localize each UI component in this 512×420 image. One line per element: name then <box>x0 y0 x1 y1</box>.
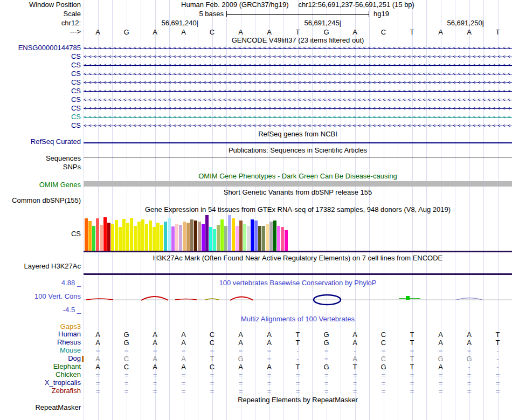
alignment-base: = <box>112 387 141 395</box>
omim-genes-bar[interactable] <box>84 181 512 187</box>
species-label[interactable]: Mouse <box>0 347 81 354</box>
transcript-arrows[interactable]: <<<<<<<<<<<<<<<<<<<<<<<<<<<<<<<<<<<<<<<<… <box>84 62 512 69</box>
species-label[interactable]: Zebrafish <box>0 387 81 395</box>
species-label[interactable]: Human <box>0 331 81 338</box>
transcript-arrows[interactable]: <<<<<<<<<<<<<<<<<<<<<<<<<<<<<<<<<<<<<<<<… <box>84 97 512 104</box>
gtex-bar <box>186 223 190 251</box>
alignment-base: = <box>455 347 483 355</box>
refseq-curated-label[interactable]: RefSeq Curated <box>0 138 81 146</box>
gtex-bar <box>103 217 107 251</box>
alignment-base: = <box>226 379 255 387</box>
alignment-base: T <box>283 339 312 347</box>
gtex-title: Gene Expression in 54 tissues from GTEx … <box>84 206 512 214</box>
gene-row-label[interactable]: CS <box>0 53 81 60</box>
gtex-bar <box>205 215 209 251</box>
gtex-bar <box>111 224 114 251</box>
alignment-base: A <box>226 331 255 339</box>
transcript-arrows[interactable]: <<<<<<<<<<<<<<<<<<<<<<<<<<<<<<<<<<<<<<<<… <box>84 105 512 112</box>
repeatmasker-label[interactable]: RepeatMasker <box>0 404 81 411</box>
snps-label[interactable]: SNPs <box>0 163 81 171</box>
sequences-track-line[interactable] <box>84 157 512 157</box>
h3k27ac-label[interactable]: Layered H3K27Ac <box>0 263 81 270</box>
alignment-base: = <box>312 379 341 387</box>
gene-row-label[interactable]: ENSG00000144785 <box>0 44 81 52</box>
alignment-row: X_tropicalis=============== <box>0 379 512 387</box>
species-label[interactable]: Elephant <box>0 363 81 370</box>
alignment-row: HumanAGAACAATGACTAAT <box>0 331 512 339</box>
gene-row-label[interactable]: CS <box>0 70 81 78</box>
common-dbsnp-label[interactable]: Common dbSNP(155) <box>0 197 81 204</box>
base-letter: A <box>426 28 455 36</box>
gene-row-label[interactable]: CS <box>0 122 81 129</box>
gtex-bar <box>168 218 171 251</box>
window-position-label: Window Position <box>0 1 81 9</box>
alignment-base: = <box>483 387 512 395</box>
gtex-bar <box>277 226 280 251</box>
transcript-arrows[interactable]: <<<<<<<<<<<<<<<<<<<<<<<<<<<<<<<<<<<<<<<<… <box>84 79 512 86</box>
transcript-arrows[interactable]: <<<<<<<<<<<<<<<<<<<<<<<<<<<<<<<<<<<<<<<<… <box>84 114 512 121</box>
alignment-base: = <box>255 387 283 395</box>
gtex-bar <box>190 219 193 251</box>
alignment-base: T <box>398 331 426 339</box>
alignment-base: = <box>141 371 169 379</box>
species-label[interactable]: Dog <box>0 355 81 362</box>
alignment-base: = <box>141 379 169 387</box>
gtex-bar <box>164 222 167 251</box>
alignment-base: = <box>312 371 341 379</box>
gaps-label[interactable]: Gaps3 <box>0 323 81 331</box>
conservation-lavender-arc <box>456 298 482 300</box>
species-label[interactable]: Rhesus <box>0 339 81 346</box>
alignment-base: C <box>369 339 398 347</box>
transcript-arrows[interactable]: <<<<<<<<<<<<<<<<<<<<<<<<<<<<<<<<<<<<<<<<… <box>84 45 512 52</box>
gene-row: CS<<<<<<<<<<<<<<<<<<<<<<<<<<<<<<<<<<<<<<… <box>0 87 512 96</box>
gene-row-label[interactable]: CS <box>0 61 81 69</box>
phylop-track-label[interactable]: 100 Vert. Cons <box>0 293 81 300</box>
transcript-arrows[interactable]: <<<<<<<<<<<<<<<<<<<<<<<<<<<<<<<<<<<<<<<<… <box>84 53 512 60</box>
alignment-base: T <box>283 331 312 339</box>
position-text: chr12:56,691,237-56,691,251 (15 bp) <box>299 1 414 9</box>
species-label[interactable]: Chicken <box>0 371 81 378</box>
alignment-base: = <box>312 355 341 363</box>
gtex-bar <box>141 219 144 251</box>
alignment-base: T <box>398 355 426 363</box>
gene-row-label[interactable]: CS <box>0 96 81 104</box>
gtex-bar <box>92 226 95 251</box>
gene-row-label[interactable]: CS <box>0 105 81 112</box>
alignment-base: A <box>84 339 112 347</box>
gtex-bar <box>285 230 288 251</box>
transcript-arrows[interactable]: <<<<<<<<<<<<<<<<<<<<<<<<<<<<<<<<<<<<<<<<… <box>84 122 512 129</box>
alignment-base: C <box>112 363 141 371</box>
alignment-base: A <box>255 363 283 371</box>
h3k27ac-signal-line[interactable] <box>84 273 512 275</box>
gtex-bar <box>213 229 216 251</box>
alignment-base: = <box>426 379 455 387</box>
refseq-track-line[interactable] <box>84 142 512 143</box>
transcript-arrows[interactable]: <<<<<<<<<<<<<<<<<<<<<<<<<<<<<<<<<<<<<<<<… <box>84 88 512 95</box>
gene-row-label[interactable]: CS <box>0 87 81 95</box>
base-letter: C <box>369 28 398 36</box>
transcript-arrows[interactable]: <<<<<<<<<<<<<<<<<<<<<<<<<<<<<<<<<<<<<<<<… <box>84 71 512 78</box>
gtex-bar <box>228 215 231 251</box>
alignment-base: = <box>141 347 169 355</box>
alignment-base: - <box>483 355 512 363</box>
alignment-base: A <box>169 339 198 347</box>
species-label[interactable]: X_tropicalis <box>0 379 81 387</box>
gtex-bars[interactable] <box>0 214 512 251</box>
alignment-base: = <box>112 347 141 355</box>
gene-row: CS<<<<<<<<<<<<<<<<<<<<<<<<<<<<<<<<<<<<<<… <box>0 105 512 113</box>
sequences-label[interactable]: Sequences <box>0 155 81 162</box>
alignment-base: = <box>226 371 255 379</box>
alignment-base: C <box>112 355 141 363</box>
alignment-base: G <box>312 331 341 339</box>
alignment-base: = <box>341 379 369 387</box>
gtex-bar <box>198 222 201 251</box>
alignment-base: T <box>398 339 426 347</box>
gene-row-label[interactable]: CS <box>0 79 81 86</box>
conservation-plot[interactable] <box>84 286 512 310</box>
omim-genes-label[interactable]: OMIM Genes <box>0 181 81 189</box>
base-letter: A <box>255 28 283 36</box>
alignment-base: A <box>84 363 112 371</box>
gene-row-label[interactable]: CS <box>0 113 81 121</box>
alignment-base: A <box>255 331 283 339</box>
gtex-bar <box>119 227 122 251</box>
